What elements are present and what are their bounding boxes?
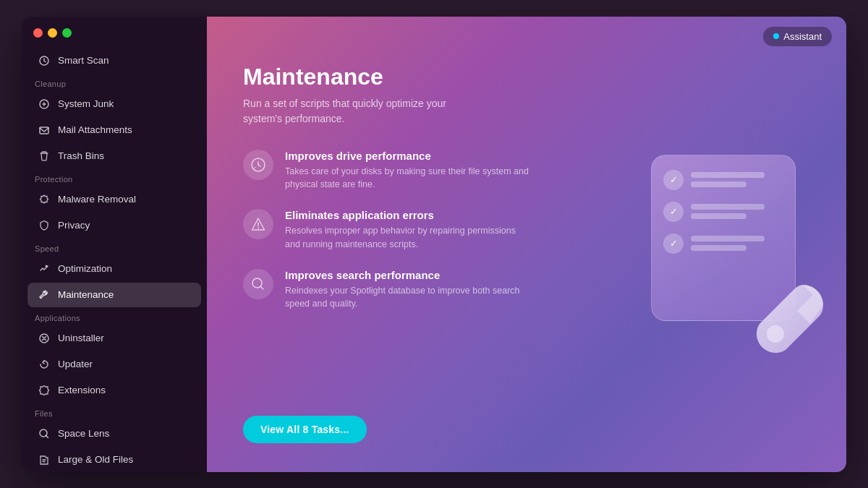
check-line [691,204,765,210]
sidebar: Smart Scan Cleanup System Junk Mail Atta… [22,17,207,472]
updater-icon [38,358,51,371]
sidebar-item-label: Extensions [58,385,106,395]
sidebar-item-trash-bins[interactable]: Trash Bins [27,144,201,168]
assistant-dot [773,33,779,39]
check-circle-3: ✓ [663,234,684,254]
sidebar-item-label: Optimization [58,263,112,274]
sidebar-item-optimization[interactable]: Optimization [27,257,201,281]
app-window: Smart Scan Cleanup System Junk Mail Atta… [22,17,846,472]
malware-removal-icon [38,193,51,206]
sidebar-item-smart-scan[interactable]: Smart Scan [27,48,201,73]
protection-section-label: Protection [22,169,207,187]
sidebar-item-label: Malware Removal [58,194,136,205]
svg-point-8 [258,228,259,229]
sidebar-item-large-old-files[interactable]: Large & Old Files [27,448,201,472]
check-lines-3 [691,236,783,251]
sidebar-item-label: System Junk [58,98,114,109]
sidebar-item-mail-attachments[interactable]: Mail Attachments [27,118,201,142]
sidebar-item-label: Uninstaller [58,333,104,343]
svg-rect-2 [40,127,48,134]
sidebar-item-uninstaller[interactable]: Uninstaller [27,326,201,351]
space-lens-icon [38,427,51,440]
page-title: Maintenance [243,64,810,90]
sidebar-item-updater[interactable]: Updater [27,352,201,377]
sidebar-item-label: Trash Bins [58,150,104,161]
sidebar-item-label: Smart Scan [58,55,109,66]
checklist-row-1: ✓ [663,170,783,190]
close-button[interactable] [33,28,43,38]
check-line [691,172,765,178]
feature-title: Improves drive performance [285,150,531,162]
svg-point-10 [767,325,784,343]
sidebar-item-label: Mail Attachments [58,124,132,135]
sidebar-item-maintenance[interactable]: Maintenance [27,283,201,307]
check-circle-1: ✓ [663,170,684,190]
checklist-row-2: ✓ [663,202,783,222]
sidebar-item-label: Maintenance [58,289,114,300]
check-lines-1 [691,172,783,187]
check-circle-2: ✓ [663,202,684,222]
main-content: Assistant Maintenance Run a set of scrip… [207,17,846,472]
check-line [691,236,765,241]
check-line [691,245,746,251]
feature-text: Eliminates application errors Resolves i… [285,209,531,252]
feature-desc: Takes care of your disks by making sure … [285,165,531,192]
speed-section-label: Speed [22,239,207,256]
applications-section-label: Applications [22,308,207,325]
mail-attachments-icon [38,124,51,137]
sidebar-item-label: Large & Old Files [58,454,133,465]
feature-text: Improves drive performance Takes care of… [285,150,531,192]
traffic-lights [22,25,207,48]
sidebar-item-system-junk[interactable]: System Junk [27,92,201,116]
sidebar-item-extensions[interactable]: Extensions [27,378,201,403]
large-old-files-icon [38,453,51,466]
feature-desc: Reindexes your Spotlight database to imp… [285,284,531,312]
trash-bins-icon [38,150,51,163]
feature-text: Improves search performance Reindexes yo… [285,269,531,312]
checklist-row-3: ✓ [663,234,783,254]
sidebar-item-malware-removal[interactable]: Malware Removal [27,187,201,212]
optimization-icon [38,262,51,275]
maximize-button[interactable] [62,28,72,38]
check-line [691,213,746,219]
cleanup-section-label: Cleanup [22,74,207,91]
assistant-label: Assistant [783,31,822,42]
sidebar-item-label: Privacy [58,220,90,231]
sidebar-item-privacy[interactable]: Privacy [27,213,201,238]
system-junk-icon [38,98,51,111]
minimize-button[interactable] [48,28,57,38]
check-lines-2 [691,204,783,219]
sidebar-item-label: Updater [58,359,93,369]
feature-title: Improves search performance [285,269,531,281]
extensions-icon [38,384,51,397]
illustration: ✓ ✓ ✓ [629,140,832,372]
uninstaller-icon [38,332,51,345]
privacy-icon [38,219,51,232]
svg-point-3 [46,265,48,267]
page-subtitle: Run a set of scripts that quickly optimi… [243,96,475,127]
view-tasks-button[interactable]: View All 8 Tasks... [243,416,367,443]
feature-title: Eliminates application errors [285,209,531,221]
feature-desc: Resolves improper app behavior by repair… [285,224,531,252]
drive-performance-icon [243,150,273,180]
app-errors-icon [243,209,273,239]
sidebar-item-label: Space Lens [58,428,109,439]
files-section-label: Files [22,403,207,421]
check-line [691,181,746,187]
wrench-illustration [745,278,832,364]
smart-scan-icon [38,54,51,67]
search-performance-icon [243,269,273,299]
top-bar: Assistant [207,17,846,56]
maintenance-icon [38,288,51,301]
assistant-button[interactable]: Assistant [763,27,832,46]
sidebar-item-space-lens[interactable]: Space Lens [27,421,201,446]
